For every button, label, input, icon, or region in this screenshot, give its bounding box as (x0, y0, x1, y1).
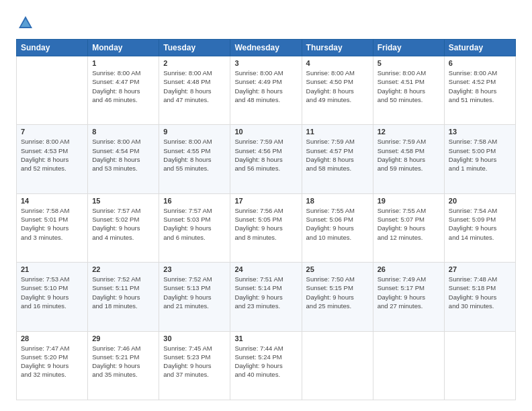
calendar-cell: 20Sunrise: 7:54 AMSunset: 5:09 PMDayligh… (444, 193, 515, 262)
day-info: Sunrise: 7:58 AMSunset: 5:00 PMDaylight:… (449, 137, 511, 173)
day-number: 18 (306, 197, 369, 205)
day-number: 31 (234, 334, 297, 342)
calendar-cell (302, 331, 373, 400)
calendar-cell: 26Sunrise: 7:49 AMSunset: 5:17 PMDayligh… (373, 263, 444, 331)
calendar-cell: 3Sunrise: 8:00 AMSunset: 4:49 PMDaylight… (230, 56, 302, 125)
day-info: Sunrise: 8:00 AMSunset: 4:50 PMDaylight:… (306, 68, 369, 104)
calendar-header: SundayMondayTuesdayWednesdayThursdayFrid… (17, 40, 516, 56)
day-info: Sunrise: 7:44 AMSunset: 5:24 PMDaylight:… (234, 344, 297, 379)
calendar-cell (17, 56, 88, 125)
calendar-cell: 1Sunrise: 8:00 AMSunset: 4:47 PMDaylight… (88, 56, 159, 125)
calendar-cell: 15Sunrise: 7:57 AMSunset: 5:02 PMDayligh… (88, 193, 159, 262)
day-info: Sunrise: 7:48 AMSunset: 5:18 PMDaylight:… (449, 275, 511, 310)
day-info: Sunrise: 7:45 AMSunset: 5:23 PMDaylight:… (163, 344, 226, 379)
day-number: 26 (378, 265, 440, 273)
day-number: 17 (234, 197, 297, 205)
weekday-header-thursday: Thursday (302, 40, 373, 56)
calendar-cell (373, 331, 444, 400)
calendar-body: 1Sunrise: 8:00 AMSunset: 4:47 PMDaylight… (17, 56, 516, 400)
week-row-5: 28Sunrise: 7:47 AMSunset: 5:20 PMDayligh… (17, 331, 516, 400)
day-number: 6 (449, 59, 511, 67)
header (16, 13, 516, 32)
day-info: Sunrise: 8:00 AMSunset: 4:55 PMDaylight:… (163, 137, 226, 173)
day-info: Sunrise: 7:59 AMSunset: 4:56 PMDaylight:… (234, 137, 297, 173)
day-number: 10 (234, 128, 297, 136)
day-info: Sunrise: 7:56 AMSunset: 5:05 PMDaylight:… (234, 206, 297, 242)
day-info: Sunrise: 8:00 AMSunset: 4:48 PMDaylight:… (163, 68, 226, 104)
calendar-cell (444, 331, 515, 400)
page: SundayMondayTuesdayWednesdayThursdayFrid… (0, 0, 532, 411)
calendar-cell: 7Sunrise: 8:00 AMSunset: 4:53 PMDaylight… (17, 125, 88, 193)
weekday-header-monday: Monday (88, 40, 159, 56)
calendar-cell: 4Sunrise: 8:00 AMSunset: 4:50 PMDaylight… (302, 56, 373, 125)
calendar-cell: 25Sunrise: 7:50 AMSunset: 5:15 PMDayligh… (302, 263, 373, 331)
calendar-cell: 5Sunrise: 8:00 AMSunset: 4:51 PMDaylight… (373, 56, 444, 125)
day-info: Sunrise: 7:57 AMSunset: 5:03 PMDaylight:… (163, 206, 226, 242)
day-info: Sunrise: 7:51 AMSunset: 5:14 PMDaylight:… (234, 275, 297, 310)
day-number: 16 (163, 197, 226, 205)
day-number: 28 (21, 334, 83, 342)
logo-icon (16, 13, 35, 32)
day-number: 20 (449, 197, 511, 205)
day-info: Sunrise: 7:59 AMSunset: 4:58 PMDaylight:… (378, 137, 440, 173)
calendar-cell: 31Sunrise: 7:44 AMSunset: 5:24 PMDayligh… (230, 331, 302, 400)
day-number: 7 (21, 128, 83, 136)
calendar-cell: 6Sunrise: 8:00 AMSunset: 4:52 PMDaylight… (444, 56, 515, 125)
day-info: Sunrise: 7:47 AMSunset: 5:20 PMDaylight:… (21, 344, 83, 379)
calendar-cell: 2Sunrise: 8:00 AMSunset: 4:48 PMDaylight… (159, 56, 230, 125)
day-number: 14 (21, 197, 83, 205)
day-number: 8 (92, 128, 154, 136)
calendar-cell: 18Sunrise: 7:55 AMSunset: 5:06 PMDayligh… (302, 193, 373, 262)
day-number: 25 (306, 265, 369, 273)
calendar-cell: 16Sunrise: 7:57 AMSunset: 5:03 PMDayligh… (159, 193, 230, 262)
day-info: Sunrise: 7:49 AMSunset: 5:17 PMDaylight:… (378, 275, 440, 310)
calendar-cell: 10Sunrise: 7:59 AMSunset: 4:56 PMDayligh… (230, 125, 302, 193)
week-row-2: 7Sunrise: 8:00 AMSunset: 4:53 PMDaylight… (17, 125, 516, 193)
calendar-cell: 29Sunrise: 7:46 AMSunset: 5:21 PMDayligh… (88, 331, 159, 400)
day-number: 29 (92, 334, 154, 342)
week-row-1: 1Sunrise: 8:00 AMSunset: 4:47 PMDaylight… (17, 56, 516, 125)
calendar-cell: 8Sunrise: 8:00 AMSunset: 4:54 PMDaylight… (88, 125, 159, 193)
day-info: Sunrise: 7:46 AMSunset: 5:21 PMDaylight:… (92, 344, 154, 379)
day-number: 23 (163, 265, 226, 273)
day-number: 12 (378, 128, 440, 136)
weekday-header-saturday: Saturday (444, 40, 515, 56)
weekday-header-tuesday: Tuesday (159, 40, 230, 56)
weekday-header-row: SundayMondayTuesdayWednesdayThursdayFrid… (17, 40, 516, 56)
logo (16, 13, 38, 32)
day-info: Sunrise: 7:57 AMSunset: 5:02 PMDaylight:… (92, 206, 154, 242)
calendar-cell: 27Sunrise: 7:48 AMSunset: 5:18 PMDayligh… (444, 263, 515, 331)
day-info: Sunrise: 7:53 AMSunset: 5:10 PMDaylight:… (21, 275, 83, 310)
calendar-cell: 17Sunrise: 7:56 AMSunset: 5:05 PMDayligh… (230, 193, 302, 262)
week-row-3: 14Sunrise: 7:58 AMSunset: 5:01 PMDayligh… (17, 193, 516, 262)
day-info: Sunrise: 7:58 AMSunset: 5:01 PMDaylight:… (21, 206, 83, 242)
calendar-cell: 9Sunrise: 8:00 AMSunset: 4:55 PMDaylight… (159, 125, 230, 193)
weekday-header-wednesday: Wednesday (230, 40, 302, 56)
weekday-header-friday: Friday (373, 40, 444, 56)
calendar-cell: 13Sunrise: 7:58 AMSunset: 5:00 PMDayligh… (444, 125, 515, 193)
day-info: Sunrise: 8:00 AMSunset: 4:53 PMDaylight:… (21, 137, 83, 173)
day-number: 27 (449, 265, 511, 273)
day-number: 9 (163, 128, 226, 136)
day-number: 21 (21, 265, 83, 273)
day-info: Sunrise: 7:54 AMSunset: 5:09 PMDaylight:… (449, 206, 511, 242)
calendar-cell: 23Sunrise: 7:52 AMSunset: 5:13 PMDayligh… (159, 263, 230, 331)
day-number: 3 (234, 59, 297, 67)
day-info: Sunrise: 7:55 AMSunset: 5:06 PMDaylight:… (306, 206, 369, 242)
day-info: Sunrise: 7:50 AMSunset: 5:15 PMDaylight:… (306, 275, 369, 310)
day-info: Sunrise: 8:00 AMSunset: 4:47 PMDaylight:… (92, 68, 154, 104)
calendar-cell: 11Sunrise: 7:59 AMSunset: 4:57 PMDayligh… (302, 125, 373, 193)
day-number: 2 (163, 59, 226, 67)
calendar-cell: 28Sunrise: 7:47 AMSunset: 5:20 PMDayligh… (17, 331, 88, 400)
day-number: 30 (163, 334, 226, 342)
calendar-table: SundayMondayTuesdayWednesdayThursdayFrid… (16, 39, 516, 400)
week-row-4: 21Sunrise: 7:53 AMSunset: 5:10 PMDayligh… (17, 263, 516, 331)
day-info: Sunrise: 8:00 AMSunset: 4:52 PMDaylight:… (449, 68, 511, 104)
calendar-cell: 24Sunrise: 7:51 AMSunset: 5:14 PMDayligh… (230, 263, 302, 331)
calendar-cell: 30Sunrise: 7:45 AMSunset: 5:23 PMDayligh… (159, 331, 230, 400)
day-info: Sunrise: 7:52 AMSunset: 5:11 PMDaylight:… (92, 275, 154, 310)
day-info: Sunrise: 8:00 AMSunset: 4:51 PMDaylight:… (378, 68, 440, 104)
calendar-cell: 22Sunrise: 7:52 AMSunset: 5:11 PMDayligh… (88, 263, 159, 331)
day-number: 4 (306, 59, 369, 67)
day-number: 1 (92, 59, 154, 67)
